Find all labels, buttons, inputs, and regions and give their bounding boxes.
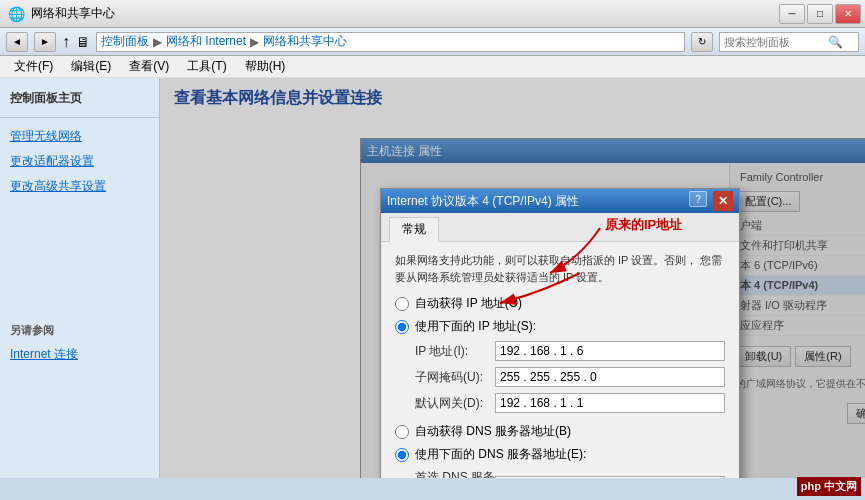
breadcrumb-sep-2: ▶ xyxy=(250,35,259,49)
breadcrumb: 控制面板 ▶ 网络和 Internet ▶ 网络和共享中心 xyxy=(96,32,685,52)
restore-button[interactable]: □ xyxy=(807,4,833,24)
preferred-dns-field xyxy=(495,476,725,478)
sidebar-link-wireless[interactable]: 管理无线网络 xyxy=(0,124,159,149)
title-bar-left: 🌐 网络和共享中心 xyxy=(8,5,115,22)
auto-dns-label: 自动获得 DNS 服务器地址(B) xyxy=(415,423,571,440)
subnet-row: 子网掩码(U): xyxy=(415,367,725,387)
dialog-description: 如果网络支持此功能，则可以获取自动指派的 IP 设置。否则， 您需要从网络系统管… xyxy=(395,252,725,285)
dialog-title: Internet 协议版本 4 (TCP/IPv4) 属性 xyxy=(387,193,579,210)
title-bar-controls: ─ □ ✕ xyxy=(779,4,861,24)
sidebar-footer-link[interactable]: Internet 连接 xyxy=(0,342,159,367)
sidebar-footer-label: 另请参阅 xyxy=(0,319,159,342)
preferred-dns-label: 首选 DNS 服务器(P): xyxy=(415,469,495,478)
search-icon[interactable]: 🔍 xyxy=(828,35,843,49)
auto-ip-label: 自动获得 IP 地址(O) xyxy=(415,295,522,312)
menu-file[interactable]: 文件(F) xyxy=(6,56,61,77)
address-bar: ◄ ► ↑ 🖥 控制面板 ▶ 网络和 Internet ▶ 网络和共享中心 ↻ … xyxy=(0,28,865,56)
use-dns-radio[interactable] xyxy=(395,448,409,462)
sidebar-link-adapter[interactable]: 更改适配器设置 xyxy=(0,149,159,174)
subnet-label: 子网掩码(U): xyxy=(415,369,495,386)
dialog-content: 如果网络支持此功能，则可以获取自动指派的 IP 设置。否则， 您需要从网络系统管… xyxy=(381,242,739,478)
sidebar-title: 控制面板主页 xyxy=(0,86,159,111)
breadcrumb-3[interactable]: 网络和共享中心 xyxy=(263,33,347,50)
menu-edit[interactable]: 编辑(E) xyxy=(63,56,119,77)
subnet-field xyxy=(495,367,725,387)
dns-section: 自动获得 DNS 服务器地址(B) 使用下面的 DNS 服务器地址(E): 首选… xyxy=(395,423,725,478)
dialog-help-button[interactable]: ? xyxy=(689,191,707,207)
help-icon: ? xyxy=(695,194,701,205)
annotation-text: 原来的IP地址 xyxy=(605,217,682,232)
use-dns-row: 使用下面的 DNS 服务器地址(E): xyxy=(395,446,725,463)
ip-address-label: IP 地址(I): xyxy=(415,343,495,360)
ip-address-field xyxy=(495,341,725,361)
breadcrumb-1[interactable]: 控制面板 xyxy=(101,33,149,50)
use-ip-radio[interactable] xyxy=(395,320,409,334)
refresh-button[interactable]: ↻ xyxy=(691,32,713,52)
gateway-field xyxy=(495,393,725,413)
menu-help[interactable]: 帮助(H) xyxy=(237,56,294,77)
subnet-input[interactable] xyxy=(500,370,720,384)
search-input[interactable] xyxy=(724,36,824,48)
php-badge: php 中文网 xyxy=(797,477,861,496)
sidebar-separator xyxy=(0,117,159,118)
ip-address-input[interactable] xyxy=(500,344,720,358)
tcpip-dialog: Internet 协议版本 4 (TCP/IPv4) 属性 ? ✕ 常规 如果网… xyxy=(380,188,740,478)
gateway-label: 默认网关(D): xyxy=(415,395,495,412)
dialog-title-controls: ? ✕ xyxy=(689,191,733,211)
window-title: 网络和共享中心 xyxy=(31,5,115,22)
breadcrumb-sep-1: ▶ xyxy=(153,35,162,49)
minimize-button[interactable]: ─ xyxy=(779,4,805,24)
dns-fields: 首选 DNS 服务器(P): 备用 DNS 服务器(A): xyxy=(415,469,725,478)
search-box: 🔍 xyxy=(719,32,859,52)
use-ip-label: 使用下面的 IP 地址(S): xyxy=(415,318,536,335)
gateway-input[interactable] xyxy=(500,396,720,410)
auto-dns-radio[interactable] xyxy=(395,425,409,439)
control-panel-icon: 🖥 xyxy=(76,34,90,50)
forward-button[interactable]: ► xyxy=(34,32,56,52)
main-area: 控制面板主页 管理无线网络 更改适配器设置 更改高级共享设置 另请参阅 Inte… xyxy=(0,78,865,478)
dialog-close-button[interactable]: ✕ xyxy=(713,191,733,211)
menu-bar: 文件(F) 编辑(E) 查看(V) 工具(T) 帮助(H) xyxy=(0,56,865,78)
up-button[interactable]: ↑ xyxy=(62,33,70,51)
menu-view[interactable]: 查看(V) xyxy=(121,56,177,77)
ip-radio-group: 自动获得 IP 地址(O) 使用下面的 IP 地址(S): xyxy=(395,295,725,335)
dialog-tabs: 常规 xyxy=(381,213,739,242)
use-ip-row: 使用下面的 IP 地址(S): xyxy=(395,318,725,335)
sidebar: 控制面板主页 管理无线网络 更改适配器设置 更改高级共享设置 另请参阅 Inte… xyxy=(0,78,160,478)
preferred-dns-row: 首选 DNS 服务器(P): xyxy=(415,469,725,478)
ip-fields: IP 地址(I): 子网掩码(U): 默认网关(D): xyxy=(415,341,725,413)
sidebar-link-sharing[interactable]: 更改高级共享设置 xyxy=(0,174,159,199)
gateway-row: 默认网关(D): xyxy=(415,393,725,413)
content-area: 查看基本网络信息并设置连接 主机连接 属性 ? ✕ Family Control… xyxy=(160,78,865,478)
ip-annotation: 原来的IP地址 xyxy=(605,216,682,234)
menu-tools[interactable]: 工具(T) xyxy=(179,56,234,77)
ip-address-row: IP 地址(I): xyxy=(415,341,725,361)
close-button[interactable]: ✕ xyxy=(835,4,861,24)
breadcrumb-2[interactable]: 网络和 Internet xyxy=(166,33,246,50)
auto-dns-row: 自动获得 DNS 服务器地址(B) xyxy=(395,423,725,440)
back-button[interactable]: ◄ xyxy=(6,32,28,52)
title-bar: 🌐 网络和共享中心 ─ □ ✕ xyxy=(0,0,865,28)
dialog-titlebar: Internet 协议版本 4 (TCP/IPv4) 属性 ? ✕ xyxy=(381,189,739,213)
auto-ip-radio[interactable] xyxy=(395,297,409,311)
tab-general[interactable]: 常规 xyxy=(389,217,439,242)
auto-ip-row: 自动获得 IP 地址(O) xyxy=(395,295,725,312)
use-dns-label: 使用下面的 DNS 服务器地址(E): xyxy=(415,446,586,463)
